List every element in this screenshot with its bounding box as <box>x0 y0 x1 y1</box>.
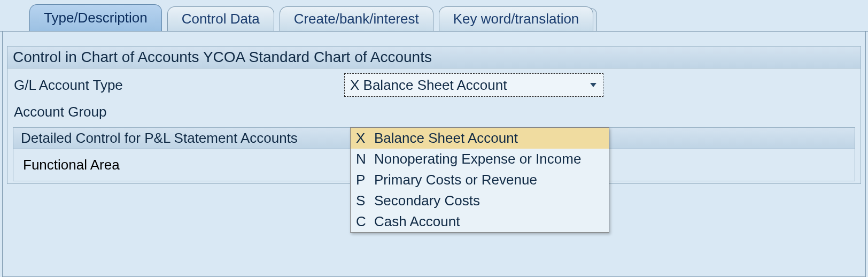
combo-value: X Balance Sheet Account <box>350 77 507 94</box>
row-account-group: Account Group <box>13 98 855 125</box>
label-functional-area: Functional Area <box>23 157 120 173</box>
dropdown-item-key: P <box>356 172 374 188</box>
group-header: Control in Chart of Accounts YCOA Standa… <box>7 47 861 68</box>
dropdown-item-key: N <box>356 151 374 167</box>
dropdown-item-key: S <box>356 193 374 209</box>
tab-strip: Type/Description Control Data Create/ban… <box>0 0 868 31</box>
dropdown-item-key: X <box>356 130 374 147</box>
dropdown-gl-account-type[interactable]: X Balance Sheet Account N Nonoperating E… <box>350 127 609 233</box>
combo-gl-account-type[interactable]: X Balance Sheet Account <box>344 73 603 97</box>
label-gl-account-type: G/L Account Type <box>13 77 344 94</box>
dropdown-item[interactable]: N Nonoperating Expense or Income <box>351 149 609 170</box>
dropdown-item[interactable]: P Primary Costs or Revenue <box>351 170 609 190</box>
dropdown-item-text: Balance Sheet Account <box>374 130 518 147</box>
dropdown-item-text: Secondary Costs <box>374 193 480 209</box>
tab-keyword-translation[interactable]: Key word/translation <box>439 6 594 31</box>
tab-label: Control Data <box>182 11 260 27</box>
dropdown-item[interactable]: X Balance Sheet Account <box>351 128 609 149</box>
row-gl-account-type: G/L Account Type X Balance Sheet Account <box>13 72 855 98</box>
more-tabs-icon <box>591 8 597 32</box>
dropdown-item-key: C <box>356 213 374 230</box>
tab-control-data[interactable]: Control Data <box>167 6 274 31</box>
tab-label: Type/Description <box>44 10 148 26</box>
tab-create-bank-interest[interactable]: Create/bank/interest <box>280 6 433 31</box>
dropdown-item-text: Cash Account <box>374 213 460 230</box>
tab-label: Create/bank/interest <box>294 11 419 27</box>
tab-type-description[interactable]: Type/Description <box>29 4 162 31</box>
dropdown-item[interactable]: C Cash Account <box>351 211 609 232</box>
dropdown-item-text: Nonoperating Expense or Income <box>374 151 581 167</box>
dropdown-item[interactable]: S Secondary Costs <box>351 190 609 211</box>
tab-label: Key word/translation <box>453 11 579 27</box>
label-account-group: Account Group <box>13 104 344 120</box>
chevron-down-icon <box>590 83 596 87</box>
dropdown-item-text: Primary Costs or Revenue <box>374 172 537 188</box>
